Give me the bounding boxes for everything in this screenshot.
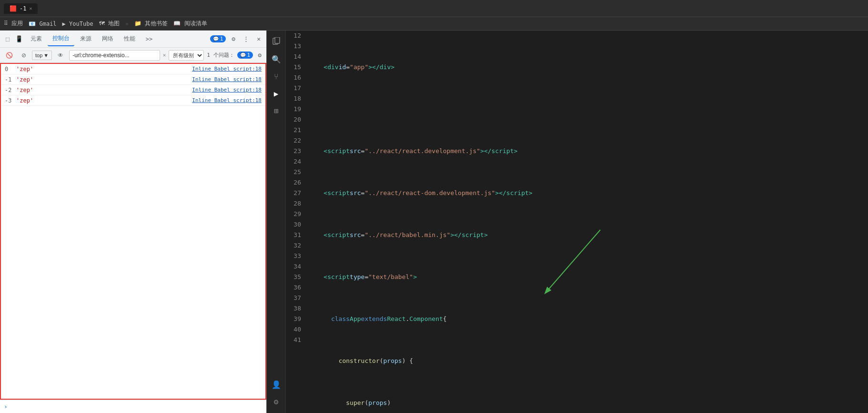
browser-bar: 🟥 -1 ✕ (0, 0, 868, 17)
code-line-18: class App extends React.Component { (309, 314, 868, 324)
device-icon[interactable]: 📱 (13, 33, 25, 44)
console-settings-icon[interactable]: ⚙ (256, 50, 263, 61)
console-row-1: -1 'zep' Inline Babel script:18 (1, 74, 265, 85)
svg-rect-1 (275, 37, 280, 43)
tab-favicon: 🟥 (10, 5, 17, 12)
tab-performance[interactable]: 性能 (119, 32, 140, 46)
top-filter-btn[interactable]: top ▼ (32, 51, 52, 60)
main-content: ⬚ 📱 元素 控制台 来源 网络 性能 >> 💬 1 ⚙ ⋮ ✕ 🚫 ⊘ (0, 31, 868, 413)
code-content: 12 13 14 15 16 17 18 19 20 21 22 23 24 2… (286, 31, 868, 413)
tab-sources[interactable]: 来源 (75, 32, 96, 46)
top-filter-chevron: ▼ (43, 52, 49, 58)
clear-console-btn[interactable]: 🚫 (3, 51, 16, 60)
code-line-17: <script type="text/babel"> (309, 272, 868, 282)
row-value-3: 'zep' (16, 97, 33, 104)
code-line-14: <script src="../react/react.development.… (309, 146, 868, 156)
devtools-tabs: ⬚ 📱 元素 控制台 来源 网络 性能 >> 💬 1 ⚙ ⋮ ✕ (0, 31, 266, 48)
active-tab[interactable]: 🟥 -1 ✕ (4, 3, 38, 14)
chat-icon: 💬 (213, 36, 219, 41)
inspect-icon[interactable]: ⬚ (4, 33, 11, 44)
issues-label-text: 1 个问题： (207, 52, 234, 59)
row-value-1: 'zep' (16, 76, 33, 83)
issues-count-badge[interactable]: 💬 1 (237, 52, 253, 59)
console-input-field[interactable] (11, 403, 262, 410)
issues-badge[interactable]: 💬 1 (210, 35, 226, 42)
bookmark-maps[interactable]: 🗺 地图 (99, 20, 120, 28)
tab-console[interactable]: 控制台 (48, 31, 74, 46)
sidebar-extensions-icon[interactable]: ⊞ (269, 103, 284, 118)
bookmark-apps[interactable]: ⠿ 应用 (4, 20, 23, 28)
sidebar-run-icon[interactable]: ▶ (269, 86, 284, 101)
issues-num: 1 (247, 52, 251, 58)
filter-input[interactable] (69, 50, 160, 61)
top-filter-label: top (35, 52, 42, 58)
bookmark-youtube[interactable]: ▶ YouTube (62, 21, 93, 27)
row-link-1[interactable]: Inline Babel script:18 (192, 76, 262, 83)
row-index-2: -2 (5, 87, 14, 93)
row-link-0[interactable]: Inline Babel script:18 (192, 66, 262, 72)
more-options-icon[interactable]: ⋮ (241, 33, 251, 44)
line-numbers: 12 13 14 15 16 17 18 19 20 21 22 23 24 2… (286, 31, 305, 413)
devtools-panel: ⬚ 📱 元素 控制台 来源 网络 性能 >> 💬 1 ⚙ ⋮ ✕ 🚫 ⊘ (0, 31, 267, 413)
sidebar-files-icon[interactable] (269, 34, 284, 50)
code-line-20: super(props) (309, 398, 868, 408)
code-line-13 (309, 104, 868, 114)
console-output: 0 'zep' Inline Babel script:18 -1 'zep' … (0, 63, 266, 400)
bookmarks-bar: ⠿ 应用 📧 Gmail ▶ YouTube 🗺 地图 » 📁 其他书签 📖 阅… (0, 17, 868, 31)
sidebar-settings-icon[interactable]: ⚙ (269, 394, 284, 409)
code-editor: 12 13 14 15 16 17 18 19 20 21 22 23 24 2… (286, 31, 868, 413)
log-level-select[interactable]: 所有级别 (169, 50, 204, 61)
row-value-2: 'zep' (16, 87, 33, 93)
tab-network[interactable]: 网络 (97, 32, 118, 46)
settings-icon[interactable]: ⚙ (230, 33, 237, 44)
console-row-3: -3 'zep' Inline Babel script:18 (1, 95, 265, 106)
tab-more[interactable]: >> (141, 33, 157, 45)
row-value-0: 'zep' (16, 66, 33, 72)
bookmark-other[interactable]: 📁 其他书签 (134, 20, 168, 28)
console-prompt-icon: › (4, 403, 8, 410)
code-line-12: <div id="app"></div> (309, 62, 868, 72)
tab-elements[interactable]: 元素 (26, 32, 47, 46)
code-line-15: <script src="../react/react-dom.developm… (309, 188, 868, 198)
row-link-2[interactable]: Inline Babel script:18 (192, 87, 262, 93)
chat-icon-2: 💬 (240, 52, 246, 58)
sidebar-account-icon[interactable]: 👤 (269, 377, 284, 392)
row-link-3[interactable]: Inline Babel script:18 (192, 97, 262, 103)
row-index-1: -1 (5, 76, 14, 83)
filter-toggle-btn[interactable]: ⊘ (19, 51, 29, 60)
console-input-area: › (0, 400, 266, 413)
bookmark-gmail[interactable]: 📧 Gmail (29, 21, 56, 27)
filter-clear-icon[interactable]: ✕ (163, 52, 166, 58)
console-row-0: 0 'zep' Inline Babel script:18 (1, 64, 265, 74)
code-line-19: constructor(props) { (309, 356, 868, 366)
eye-btn[interactable]: 👁 (55, 51, 66, 60)
row-index-0: 0 (5, 66, 14, 72)
bookmark-sep: » (125, 21, 129, 27)
code-line-16: <script src="../react/babel.min.js"></sc… (309, 230, 868, 240)
tab-close-btn[interactable]: ✕ (29, 6, 32, 11)
issues-count: 1 (220, 36, 223, 42)
sidebar-git-icon[interactable]: ⑂ (269, 69, 284, 84)
sidebar-icons: 🔍 ⑂ ▶ ⊞ 👤 ⚙ (267, 31, 286, 413)
sidebar-search-icon[interactable]: 🔍 (269, 52, 284, 67)
close-devtools-icon[interactable]: ✕ (255, 33, 262, 44)
tab-title: -1 (20, 5, 26, 12)
console-toolbar: 🚫 ⊘ top ▼ 👁 ✕ 所有级别 1 个问题： 💬 1 ⚙ (0, 48, 266, 63)
bookmark-reading[interactable]: 📖 阅读清单 (173, 20, 207, 28)
code-lines: <div id="app"></div> <script src="../rea… (305, 31, 868, 413)
row-index-3: -3 (5, 97, 14, 104)
console-row-2: -2 'zep' Inline Babel script:18 (1, 85, 265, 95)
